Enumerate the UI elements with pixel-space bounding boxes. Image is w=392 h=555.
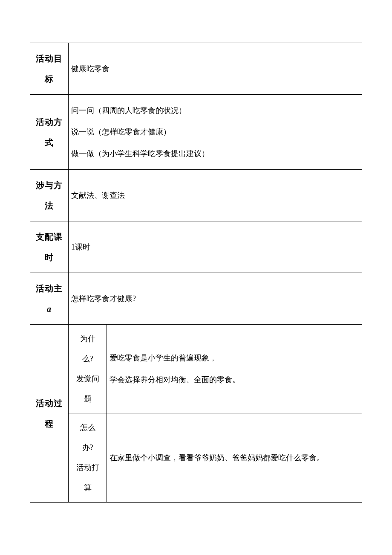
table-row: 活动方式 问一问（四周的人吃零食的状况） 说一说（怎样吃零食才健康） 做一做（为… — [30, 95, 362, 170]
sublabel-line: 发觉问 — [70, 369, 105, 389]
sublabel-line: 办? — [70, 438, 105, 458]
table-row: 活动过程 为什 么? 发觉问 题 爱吃零食是小学生的普遍现象， 学会选择养分相对… — [30, 325, 362, 413]
label-text: 活动过程 — [36, 398, 63, 428]
content-text: 1课时 — [71, 243, 90, 251]
process-sub2-label: 怎么 办? 活动打 算 — [69, 413, 107, 502]
label-text-part2: a — [32, 299, 66, 319]
content-text: 健康吃零食 — [71, 64, 110, 73]
process-sub1-label: 为什 么? 发觉问 题 — [69, 325, 107, 413]
sublabel-line: 怎么 — [70, 418, 105, 438]
label-text-part1: 活动主 — [32, 278, 66, 299]
label-text: 活动方式 — [36, 117, 63, 147]
approach-content: 文献法、谢查法 — [69, 170, 362, 221]
content-line: 学会选择养分相对均衡、全面的零食。 — [110, 369, 359, 390]
process-label: 活动过程 — [30, 325, 69, 502]
label-text: 支配课时 — [36, 232, 63, 262]
table-row: 涉与方法 文献法、谢查法 — [30, 170, 362, 221]
sublabel-line: 为什 — [70, 329, 105, 349]
label-text: 活动目标 — [36, 54, 63, 84]
content-text: 在家里做个小调查，看看爷爷奶奶、爸爸妈妈都爱吃什么零食。 — [110, 453, 324, 462]
content-line: 做一做（为小学生科学吃零食提出建议） — [71, 143, 359, 164]
label-text: 涉与方法 — [36, 180, 63, 210]
process-sub2-content: 在家里做个小调查，看看爷爷奶奶、爸爸妈妈都爱吃什么零食。 — [107, 413, 362, 502]
sublabel-line: 题 — [70, 389, 105, 409]
lesson-plan-table: 活动目标 健康吃零食 活动方式 问一问（四周的人吃零食的状况） 说一说（怎样吃零… — [30, 43, 362, 503]
content-text: 文献法、谢查法 — [71, 191, 125, 200]
table-row: 支配课时 1课时 — [30, 221, 362, 273]
sublabel-line: 算 — [70, 478, 105, 498]
table-row: 活动主 a 怎样吃零食才健康? — [30, 273, 362, 325]
topic-label: 活动主 a — [30, 273, 69, 325]
process-sub1-content: 爱吃零食是小学生的普遍现象， 学会选择养分相对均衡、全面的零食。 — [107, 325, 362, 413]
time-content: 1课时 — [69, 221, 362, 273]
content-line: 爱吃零食是小学生的普遍现象， — [110, 347, 359, 369]
goal-label: 活动目标 — [30, 43, 69, 95]
time-label: 支配课时 — [30, 221, 69, 273]
goal-content: 健康吃零食 — [69, 43, 362, 95]
method-content: 问一问（四周的人吃零食的状况） 说一说（怎样吃零食才健康） 做一做（为小学生科学… — [69, 95, 362, 170]
content-line: 说一说（怎样吃零食才健康） — [71, 121, 359, 142]
content-text: 怎样吃零食才健康? — [71, 294, 136, 303]
sublabel-line: 活动打 — [70, 458, 105, 478]
sublabel-line: 么? — [70, 349, 105, 369]
table-row: 怎么 办? 活动打 算 在家里做个小调查，看看爷爷奶奶、爸爸妈妈都爱吃什么零食。 — [30, 413, 362, 502]
content-line: 问一问（四周的人吃零食的状况） — [71, 100, 359, 121]
topic-content: 怎样吃零食才健康? — [69, 273, 362, 325]
method-label: 活动方式 — [30, 95, 69, 170]
table-row: 活动目标 健康吃零食 — [30, 43, 362, 95]
approach-label: 涉与方法 — [30, 170, 69, 221]
